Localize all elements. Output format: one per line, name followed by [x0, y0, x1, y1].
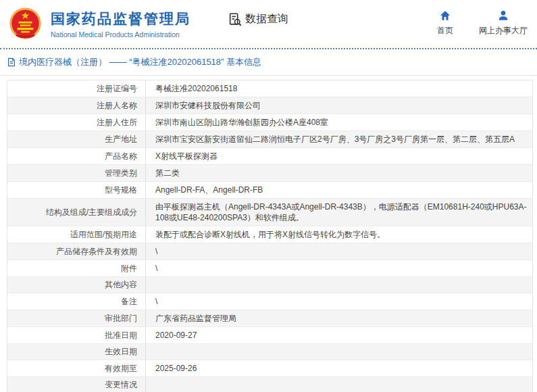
table-row: 生产地址深圳市宝安区新安街道留仙二路润恒电子厂区2号厂房、3号厂房之3号厂房第一… — [7, 131, 532, 148]
row-value: Angell-DR-FA、Angell-DR-FB — [146, 182, 532, 198]
table-row: 注册人住所深圳市南山区朗山路华瀚创新园办公楼A座408室 — [7, 114, 532, 131]
row-label: 审批部门 — [7, 310, 146, 326]
nav-home[interactable]: 首页 — [437, 9, 453, 36]
row-label: 注册人住所 — [7, 114, 146, 130]
row-label: 结构及组成/主要组成成分 — [7, 199, 146, 226]
row-label: 适用范围/预期用途 — [7, 226, 146, 243]
user-icon — [497, 9, 509, 22]
table-row: 注册证编号粤械注准20202061518 — [7, 80, 532, 97]
row-value: 2025-09-26 — [146, 360, 532, 376]
table-row: 注册人名称深圳市安健科技股份有限公司 — [7, 97, 532, 114]
table-row: 批准日期2020-09-27 — [7, 327, 532, 344]
row-label: 管理类别 — [7, 165, 146, 181]
table-row: 产品名称X射线平板探测器 — [7, 148, 532, 165]
info-table: 注册证编号粤械注准20202061518注册人名称深圳市安健科技股份有限公司注册… — [7, 80, 533, 392]
row-value: 深圳市安健科技股份有限公司 — [146, 97, 532, 114]
row-value — [146, 344, 532, 360]
table-row: 有效期至2025-09-26 — [7, 360, 532, 377]
row-label: 生产地址 — [7, 131, 146, 147]
row-label: 产品储存条件及有效期 — [7, 243, 146, 260]
row-value: 粤械注准20202061518 — [146, 80, 532, 97]
row-label: 产品名称 — [7, 148, 146, 164]
row-label: 注册证编号 — [7, 80, 146, 97]
row-label: 附件 — [7, 260, 146, 276]
table-row: 审批部门广东省药品监督管理局 — [7, 310, 532, 327]
data-query-label: 数据查询 — [245, 12, 288, 26]
row-value: 深圳市南山区朗山路华瀚创新园办公楼A座408室 — [146, 114, 532, 130]
table-row: 备注\ — [7, 293, 532, 310]
org-names: 国家药品监督管理局 National Medical Products Admi… — [51, 9, 190, 39]
row-label: 备注 — [7, 293, 146, 310]
table-row: 产品储存条件及有效期\ — [7, 243, 532, 260]
row-value: \ — [146, 243, 532, 260]
row-value: \ — [146, 260, 532, 276]
home-icon — [439, 9, 451, 22]
row-value — [146, 277, 532, 293]
row-label: 其他内容 — [7, 277, 146, 293]
nav-online-hall-label: 网上办事大厅 — [479, 25, 528, 36]
nav-online-hall[interactable]: 网上办事大厅 — [479, 9, 528, 36]
row-label: 批准日期 — [7, 327, 146, 343]
row-label: 生效日期 — [7, 344, 146, 360]
row-label: 型号规格 — [7, 182, 146, 198]
row-value: 装配于或配合诊断X射线机，用于将X射线信号转化为数字信号。 — [146, 226, 532, 243]
nmpa-national-emblem-logo — [7, 5, 44, 43]
row-value — [146, 377, 532, 392]
logo-area: 国家药品监督管理局 National Medical Products Admi… — [7, 5, 190, 43]
breadcrumb: 境内医疗器械（注册） —— “粤械注准20202061518” 基本信息 — [0, 49, 537, 76]
document-icon — [7, 57, 16, 67]
row-value: 深圳市宝安区新安街道留仙二路润恒电子厂区2号厂房、3号厂房之3号厂房第一层、第二… — [146, 131, 532, 147]
top-nav: 首页 网上办事大厅 — [437, 9, 528, 36]
row-label: 注册人名称 — [7, 97, 146, 114]
table-row: 生效日期 — [7, 344, 532, 360]
row-value: \ — [146, 293, 532, 310]
data-query-icon — [228, 12, 242, 27]
breadcrumb-text: 境内医疗器械（注册） —— “粤械注准20202061518” 基本信息 — [19, 56, 261, 68]
site-header: 国家药品监督管理局 National Medical Products Admi… — [0, 0, 537, 49]
org-name-cn: 国家药品监督管理局 — [51, 9, 190, 28]
org-name-en: National Medical Products Administration — [51, 30, 190, 39]
table-row: 适用范围/预期用途装配于或配合诊断X射线机，用于将X射线信号转化为数字信号。 — [7, 226, 532, 243]
row-value: X射线平板探测器 — [146, 148, 532, 164]
table-row: 附件\ — [7, 260, 532, 277]
data-query-section[interactable]: 数据查询 — [228, 12, 288, 27]
table-row: 其他内容 — [7, 277, 532, 293]
table-row: 结构及组成/主要组成成分由平板探测器主机（Angell-DR-4343A或Ang… — [7, 199, 532, 226]
row-value: 第二类 — [146, 165, 532, 181]
row-label: 有效期至 — [7, 360, 146, 376]
row-value: 由平板探测器主机（Angell-DR-4343A或Angell-DR-4343B… — [146, 199, 532, 226]
row-value: 2020-09-27 — [146, 327, 532, 343]
row-value: 广东省药品监督管理局 — [146, 310, 532, 326]
row-label: 变更情况 — [7, 377, 146, 392]
table-row: 管理类别第二类 — [7, 165, 532, 182]
table-row: 变更情况 — [7, 377, 532, 392]
nav-home-label: 首页 — [437, 25, 453, 36]
table-row: 型号规格Angell-DR-FA、Angell-DR-FB — [7, 182, 532, 199]
